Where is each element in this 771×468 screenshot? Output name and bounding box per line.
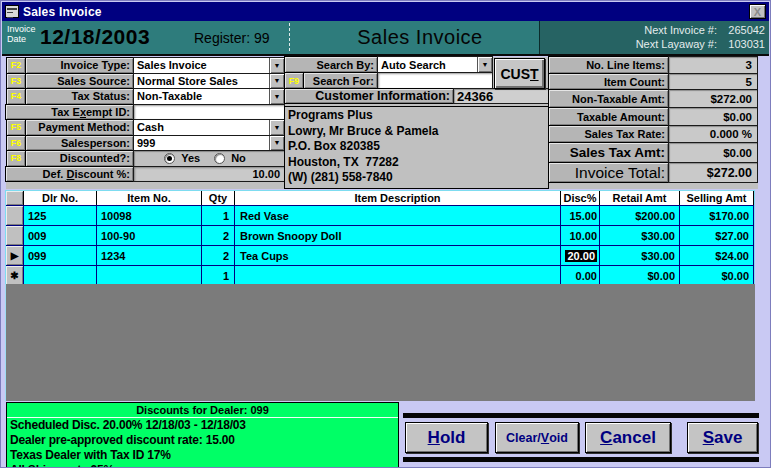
col-header-dlr-no[interactable]: Dlr No. <box>24 191 97 205</box>
chevron-down-icon[interactable]: ▼ <box>269 120 284 135</box>
divider-bar-top <box>403 413 759 418</box>
sales-source-dropdown[interactable]: Normal Store Sales▼ <box>133 73 285 90</box>
discounted-radio-group: Yes No <box>133 150 285 167</box>
save-button[interactable]: Save <box>687 422 758 453</box>
register-field[interactable]: Register: 99 <box>194 30 269 46</box>
tax-status-dropdown[interactable]: Non-Taxable▼ <box>133 88 285 105</box>
discounted-yes-radio[interactable] <box>164 153 175 164</box>
tax-exempt-id-label: Tax Exempt ID: <box>5 104 134 121</box>
window-title: Sales Invoice <box>23 5 102 19</box>
discounted-no-radio[interactable] <box>214 153 225 164</box>
search-by-dropdown[interactable]: Auto Search▼ <box>377 56 493 73</box>
invoice-total-value: $272.00 <box>668 162 758 183</box>
col-header-disc[interactable]: Disc% <box>561 191 600 205</box>
dlr-no-cell[interactable]: 009 <box>24 226 97 245</box>
customer-information-label: Customer Information: <box>284 88 454 104</box>
address-line: P.O. Box 820385 <box>288 139 548 155</box>
hold-button[interactable]: Hold <box>405 422 488 453</box>
col-header-selling-amt[interactable]: Selling Amt <box>680 191 754 205</box>
sales-tax-rate-value: 0.000 % <box>668 125 758 143</box>
taxable-amount-label: Taxable Amount: <box>548 107 669 126</box>
selling-amt-cell[interactable]: $170.00 <box>680 206 754 225</box>
discount-line: Scheduled Disc. 20.00% 12/18/03 - 12/18/… <box>7 418 398 433</box>
payment-method-dropdown[interactable]: Cash▼ <box>133 119 285 136</box>
description-cell[interactable]: Tea Cups <box>235 246 561 265</box>
qty-cell[interactable]: 2 <box>202 226 235 245</box>
divider-bar-bottom <box>403 457 759 462</box>
disc-cell[interactable]: 0.00 <box>561 266 600 285</box>
item-no-cell[interactable]: 100-90 <box>97 226 202 245</box>
chevron-down-icon[interactable]: ▼ <box>269 74 284 89</box>
table-row: 125 10098 1 Red Vase 15.00 $200.00 $170.… <box>6 205 754 225</box>
qty-cell[interactable]: 1 <box>202 206 235 225</box>
tax-status-label: Tax Status: <box>25 88 134 105</box>
customer-address-block: Programs Plus Lowry, Mr Bruce & Pamela P… <box>284 106 549 189</box>
dlr-no-cell[interactable]: 099 <box>24 246 97 265</box>
form-title: Sales Invoice <box>302 26 538 49</box>
retail-amt-cell[interactable]: $30.00 <box>600 226 680 245</box>
def-discount-field[interactable]: 10.00 <box>133 166 285 183</box>
no-radio-label[interactable]: No <box>231 152 246 164</box>
col-header-qty[interactable]: Qty <box>202 191 235 205</box>
next-invoice-value: 265042 <box>717 23 765 37</box>
address-line: Programs Plus <box>288 108 548 124</box>
def-discount-label: Def. Discount %: <box>5 166 134 183</box>
sales-tax-amt-label: Sales Tax Amt: <box>548 142 669 163</box>
description-cell[interactable]: Red Vase <box>235 206 561 225</box>
row-selector[interactable] <box>6 226 24 245</box>
search-for-input[interactable] <box>377 72 493 89</box>
description-cell[interactable]: Brown Snoopy Doll <box>235 226 561 245</box>
yes-radio-label[interactable]: Yes <box>181 152 200 164</box>
salesperson-dropdown[interactable]: 999▼ <box>133 135 285 152</box>
close-button[interactable]: X <box>749 4 766 19</box>
no-line-items-value: 3 <box>668 56 758 74</box>
chevron-down-icon[interactable]: ▼ <box>269 58 284 73</box>
item-no-cell[interactable] <box>97 266 202 285</box>
retail-amt-cell[interactable]: $200.00 <box>600 206 680 225</box>
col-header-item-description[interactable]: Item Description <box>235 191 561 205</box>
col-header-item-no[interactable]: Item No. <box>97 191 202 205</box>
qty-cell[interactable]: 1 <box>202 266 235 285</box>
discount-line: All Shipments 25% <box>7 463 398 468</box>
invoice-type-dropdown[interactable]: Sales Invoice▼ <box>133 57 285 74</box>
chevron-down-icon[interactable]: ▼ <box>477 57 492 72</box>
tax-exempt-id-field[interactable] <box>133 104 285 121</box>
selling-amt-cell[interactable]: $0.00 <box>680 266 754 285</box>
row-selector-header[interactable] <box>6 191 24 205</box>
retail-amt-cell[interactable]: $30.00 <box>600 246 680 265</box>
selling-amt-cell[interactable]: $27.00 <box>680 226 754 245</box>
dealer-discounts-panel: Discounts for Dealer: 099 Scheduled Disc… <box>6 402 399 468</box>
disc-cell[interactable]: 15.00 <box>561 206 600 225</box>
clear-void-button[interactable]: Clear/Void <box>495 422 579 453</box>
row-selector[interactable] <box>6 206 24 225</box>
item-count-label: Item Count: <box>548 73 669 90</box>
description-cell[interactable] <box>235 266 561 285</box>
fkey-f4: F4 <box>6 88 26 105</box>
fkey-f6: F6 <box>6 135 26 152</box>
fkey-f9: F9 <box>284 72 304 89</box>
retail-amt-cell[interactable]: $0.00 <box>600 266 680 285</box>
grid-header-row: Dlr No. Item No. Qty Item Description Di… <box>6 191 754 205</box>
item-no-cell[interactable]: 10098 <box>97 206 202 225</box>
item-no-cell[interactable]: 1234 <box>97 246 202 265</box>
col-header-retail-amt[interactable]: Retail Amt <box>600 191 680 205</box>
dlr-no-cell[interactable]: 125 <box>24 206 97 225</box>
selling-amt-cell[interactable]: $24.00 <box>680 246 754 265</box>
table-row-current: ▶ 099 1234 2 Tea Cups 20.00 $30.00 $24.0… <box>6 245 754 265</box>
form-icon <box>5 5 19 18</box>
customer-number-field[interactable]: 24366 <box>453 88 549 104</box>
dlr-no-cell[interactable] <box>24 266 97 285</box>
current-row-arrow-icon[interactable]: ▶ <box>6 246 24 265</box>
title-bar: Sales Invoice X <box>2 2 769 21</box>
disc-cell-selected[interactable]: 20.00 <box>561 246 600 265</box>
chevron-down-icon[interactable]: ▼ <box>269 136 284 151</box>
new-record-icon[interactable]: ✱ <box>6 266 24 285</box>
invoice-options-column: F2 Invoice Type: Sales Invoice▼ F3 Sales… <box>6 57 285 182</box>
cust-button[interactable]: CUST <box>494 58 545 89</box>
chevron-down-icon[interactable]: ▼ <box>269 89 284 104</box>
disc-cell[interactable]: 10.00 <box>561 226 600 245</box>
qty-cell[interactable]: 2 <box>202 246 235 265</box>
focus-cursor <box>289 23 290 51</box>
address-line: Houston, TX 77282 <box>288 155 548 171</box>
cancel-button[interactable]: Cancel <box>585 422 671 453</box>
